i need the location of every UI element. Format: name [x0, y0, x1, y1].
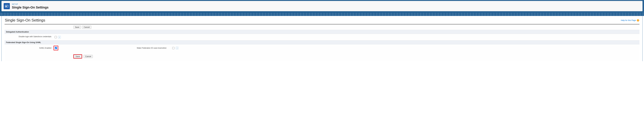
- section-federated-header: Federated Single Sign-On Using SAML: [4, 40, 640, 44]
- help-icon: ?: [637, 19, 639, 22]
- help-link[interactable]: Help for this Page ?: [621, 19, 639, 22]
- title-row: Single Sign-On Settings Help for this Pa…: [2, 16, 642, 24]
- header-text: SETUP Single Sign-On Settings: [12, 3, 48, 9]
- label-disable-login: Disable login with Salesforce credential…: [4, 36, 54, 39]
- cancel-button-top[interactable]: Cancel: [82, 26, 91, 29]
- app-header: SETUP Single Sign-On Settings: [0, 0, 644, 13]
- svg-point-1: [6, 6, 6, 6]
- checkbox-disable-login[interactable]: [54, 36, 57, 38]
- checkbox-fed-id[interactable]: [172, 47, 174, 49]
- checkbox-saml-enabled[interactable]: [55, 47, 57, 49]
- breadcrumb: SETUP: [12, 3, 18, 5]
- highlight-save-button: Save: [73, 54, 82, 58]
- label-fed-id: Make Federation ID case-insensitive: [137, 47, 169, 49]
- page-title: Single Sign-On Settings: [5, 18, 45, 22]
- id-card-icon: [4, 3, 10, 9]
- save-button-top[interactable]: Save: [73, 26, 81, 29]
- label-saml-enabled: SAML Enabled: [4, 47, 54, 49]
- main-content: Single Sign-On Settings Help for this Pa…: [2, 16, 642, 61]
- svg-rect-0: [5, 5, 8, 7]
- section-delegated-header: Delegated Authentication: [4, 30, 640, 34]
- header-card: SETUP Single Sign-On Settings: [2, 1, 642, 11]
- row-saml: SAML Enabled Make Federation ID case-ins…: [4, 44, 640, 52]
- info-icon[interactable]: i: [176, 47, 178, 49]
- bottom-button-row: Save Cancel: [4, 53, 640, 60]
- page-title-header: Single Sign-On Settings: [12, 6, 48, 9]
- decorative-pattern: [0, 13, 644, 16]
- highlight-saml-checkbox: [54, 46, 58, 50]
- help-link-text: Help for this Page: [621, 19, 636, 21]
- save-button-bottom[interactable]: Save: [74, 55, 82, 58]
- top-button-row: Save Cancel: [4, 24, 640, 30]
- cancel-button-bottom[interactable]: Cancel: [84, 55, 93, 58]
- info-icon[interactable]: i: [58, 36, 61, 38]
- settings-form: Save Cancel Delegated Authentication Dis…: [4, 24, 640, 61]
- row-disable-login: Disable login with Salesforce credential…: [4, 34, 640, 40]
